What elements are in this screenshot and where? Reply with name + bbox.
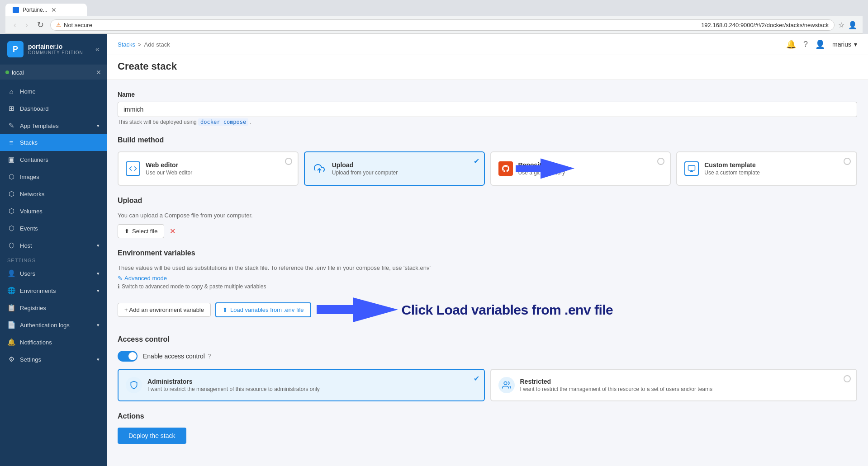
hint-text-2: . [250,119,251,125]
load-env-btn[interactable]: ⬆ Load variables from .env file [215,302,311,317]
administrators-checkmark: ✔ [474,374,479,383]
upload-section: Upload You can upload a Compose file fro… [118,197,857,238]
name-form-group: Name This stack will be deployed using d… [118,91,857,125]
sidebar-stacks-label: Stacks [20,139,38,146]
forward-button[interactable]: › [23,19,31,31]
breadcrumb-current: Add stack [144,41,170,48]
sidebar-events-label: Events [20,225,38,232]
logo-icon: P [7,41,24,57]
app-templates-icon: ✎ [7,122,15,130]
method-repository[interactable]: Repository Use a git repository [490,151,671,186]
sidebar-item-users[interactable]: 👤 Users ▾ [0,265,107,282]
sidebar-notifications-label: Notifications [20,339,52,346]
restricted-radio [844,375,851,382]
deploy-stack-btn[interactable]: Deploy the stack [118,428,186,444]
sidebar-item-auth-logs[interactable]: 📄 Authentication logs ▾ [0,316,107,334]
custom-template-radio [844,158,851,165]
user-name: marius [832,41,851,48]
repo-title: Repository [518,161,565,169]
page-title: Create stack [118,61,177,72]
access-control-title: Access control [118,335,857,344]
sidebar-collapse-btn[interactable]: « [95,45,100,53]
sidebar-item-containers[interactable]: ▣ Containers [0,151,107,168]
sidebar-item-host[interactable]: ⬡ Host ▾ [0,237,107,254]
method-custom-template[interactable]: Custom template Use a custom template [676,151,857,186]
access-card-administrators[interactable]: Administrators I want to restrict the ma… [118,369,485,401]
advanced-mode-link[interactable]: ✎ Advanced mode [118,275,857,282]
sidebar-item-registries[interactable]: 📋 Registries [0,299,107,316]
method-web-editor[interactable]: Web editor Use our Web editor [118,151,299,186]
sidebar-nav: ⌂ Home ⊞ Dashboard ✎ App Templates ▾ ≡ S… [0,80,107,466]
app-templates-arrow: ▾ [97,123,100,129]
web-editor-radio [285,158,292,165]
select-file-btn[interactable]: ⬆ Select file [118,224,164,238]
sidebar-item-settings[interactable]: ⚙ Settings ▾ [0,351,107,368]
restricted-title: Restricted [520,378,713,385]
repo-radio [657,158,664,165]
auth-logs-icon: 📄 [7,321,15,329]
sidebar-item-networks[interactable]: ⬡ Networks [0,185,107,202]
sidebar-item-events[interactable]: ⬡ Events [0,220,107,237]
sidebar-item-home[interactable]: ⌂ Home [0,83,107,100]
repo-icon [498,161,513,176]
custom-template-text: Custom template Use a custom template [704,161,760,176]
env-links: ✎ Advanced mode ℹ Switch to advanced mod… [118,275,857,290]
tab-close-btn[interactable]: ✕ [51,6,57,14]
administrators-subtitle: I want to restrict the management of thi… [147,386,320,392]
auth-logs-arrow: ▾ [97,322,100,328]
build-method-group: Build method Web editor Use our Web edit… [118,136,857,186]
toggle-row: Enable access control ? [118,351,857,362]
user-menu[interactable]: marius ▾ [832,41,857,48]
main-content: Stacks > Add stack 🔔 ? 👤 marius ▾ Create… [107,34,868,466]
page-header-area: Stacks > Add stack 🔔 ? 👤 marius ▾ Create… [107,34,868,80]
browser-tab-active[interactable]: Portaine... ✕ [5,4,87,16]
clear-file-btn[interactable]: ✕ [168,225,177,237]
networks-icon: ⬡ [7,190,15,198]
breadcrumb-stacks-link[interactable]: Stacks [118,41,135,48]
access-card-restricted[interactable]: Restricted I want to restrict the manage… [490,369,858,401]
access-control-toggle[interactable] [118,351,138,362]
sidebar-logo: P portainer.io COMMUNITY EDITION « [0,34,107,65]
env-label: local [12,69,24,76]
back-button[interactable]: ‹ [11,19,19,31]
address-bar[interactable]: ⚠ Not secure 192.168.0.240:9000/#!/2/doc… [50,19,835,31]
add-env-btn[interactable]: + Add an environment variable [118,303,211,317]
tab-title: Portaine... [23,7,47,13]
reload-button[interactable]: ↻ [34,19,47,31]
env-arrow-annotation: Click Load variables from .env file [317,295,613,325]
sidebar-item-stacks[interactable]: ≡ Stacks [0,134,107,151]
restricted-subtitle: I want to restrict the management of thi… [520,386,713,392]
help-icon[interactable]: ? [803,40,808,49]
env-section-title: Environment variables [118,249,857,257]
sidebar-users-label: Users [20,270,35,277]
sidebar-item-volumes[interactable]: ⬡ Volumes [0,202,107,220]
administrators-icon [126,377,142,393]
app-layout: P portainer.io COMMUNITY EDITION « local… [0,34,868,466]
edition-label: COMMUNITY EDITION [28,50,83,56]
sidebar-item-dashboard[interactable]: ⊞ Dashboard [0,100,107,117]
sidebar-host-label: Host [20,242,32,249]
sidebar-item-environments[interactable]: 🌐 Environments ▾ [0,282,107,299]
profile-btn[interactable]: 👤 [848,21,857,29]
home-icon: ⌂ [7,88,15,95]
containers-icon: ▣ [7,155,15,164]
annotation-text: Click Load variables from .env file [402,302,613,318]
notification-bell-icon[interactable]: 🔔 [786,39,796,49]
browser-toolbar: ‹ › ↻ ⚠ Not secure 192.168.0.240:9000/#!… [5,16,863,34]
sidebar-item-app-templates[interactable]: ✎ App Templates ▾ [0,117,107,134]
method-upload[interactable]: Upload Upload from your computer ✔ [304,151,485,186]
load-env-label: Load variables from .env file [230,306,304,313]
user-icon[interactable]: 👤 [815,39,825,49]
sidebar-item-notifications[interactable]: 🔔 Notifications [0,334,107,351]
sidebar-item-images[interactable]: ⬡ Images [0,168,107,185]
name-input[interactable] [118,102,857,117]
build-methods-grid: Web editor Use our Web editor Upload Upl… [118,151,857,186]
bookmark-btn[interactable]: ☆ [838,21,844,29]
hint-text-1: This stack will be deployed using [118,119,197,125]
sidebar-registries-label: Registries [20,305,46,311]
env-arrow-svg [317,295,398,325]
administrators-title: Administrators [147,378,320,385]
env-close-btn[interactable]: ✕ [96,69,101,76]
info-icon: ℹ [118,283,120,290]
upload-text: Upload Upload from your computer [332,161,398,176]
